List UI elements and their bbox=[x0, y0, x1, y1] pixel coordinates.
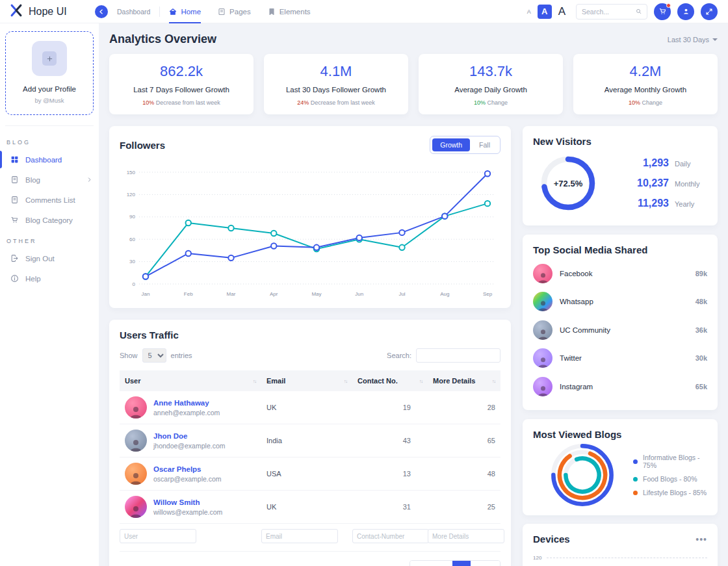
most-viewed-legend: Informative Blogs - 75% Food Blogs - 80%… bbox=[633, 454, 707, 496]
tab-home[interactable]: Home bbox=[169, 0, 201, 23]
social-media-title: Top Social Media Shared bbox=[533, 244, 707, 255]
user-name-link[interactable]: Jhon Doe bbox=[153, 432, 225, 440]
search-icon bbox=[636, 8, 642, 15]
most-viewed-blogs-card: Most Viewed Blogs Informative Blogs - 75… bbox=[523, 419, 718, 515]
document-icon bbox=[10, 196, 19, 204]
avatar bbox=[533, 320, 552, 340]
breadcrumb[interactable]: Dashboard bbox=[117, 8, 150, 16]
avatar bbox=[125, 496, 147, 518]
users-table-body: Anne Hathaway anneh@example.com UK 19 28 bbox=[120, 391, 500, 524]
sidebar-item-blog-category[interactable]: Blog Category bbox=[0, 211, 99, 229]
user-button[interactable] bbox=[677, 3, 694, 20]
user-name-link[interactable]: Oscar Phelps bbox=[153, 465, 222, 473]
social-media-item[interactable]: UC Community 36k bbox=[533, 316, 707, 344]
fall-toggle-button[interactable]: Fall bbox=[471, 138, 498, 151]
svg-text:90: 90 bbox=[129, 214, 135, 220]
sidebar-section-blog: BLOG bbox=[0, 136, 99, 151]
sidebar-item-sign-out[interactable]: Sign Out bbox=[0, 250, 99, 267]
previous-page-button[interactable]: Previous bbox=[410, 561, 452, 566]
growth-toggle-button[interactable]: Growth bbox=[432, 138, 470, 151]
visitor-period: Monthly bbox=[675, 180, 706, 188]
profile-placeholder bbox=[32, 41, 67, 76]
column-header-details[interactable]: More Details bbox=[428, 370, 500, 391]
date-range-dropdown[interactable]: Last 30 Days bbox=[668, 36, 718, 44]
cell-details: 48 bbox=[428, 457, 500, 491]
visitor-count: 11,293 bbox=[638, 198, 669, 209]
search-input[interactable] bbox=[582, 8, 632, 16]
user-name-link[interactable]: Anne Hathaway bbox=[153, 399, 220, 407]
back-button[interactable] bbox=[95, 5, 108, 18]
svg-text:Jul: Jul bbox=[398, 291, 405, 297]
legend-item: Food Blogs - 80% bbox=[633, 475, 707, 483]
divider bbox=[5, 125, 94, 126]
sidebar-item-blog[interactable]: Blog bbox=[0, 171, 99, 188]
font-size-medium-button[interactable]: A bbox=[538, 5, 552, 19]
user-email: willows@example.com bbox=[153, 508, 222, 516]
sort-icon bbox=[253, 379, 256, 383]
users-table: User Email Contact No. More Details bbox=[120, 370, 500, 391]
visitor-count: 10,237 bbox=[637, 177, 669, 189]
tab-pages[interactable]: Pages bbox=[218, 0, 251, 23]
legend-dot bbox=[633, 491, 638, 495]
user-email: oscarp@example.com bbox=[153, 475, 222, 483]
svg-text:150: 150 bbox=[127, 170, 136, 175]
more-options-icon[interactable]: ••• bbox=[696, 537, 707, 541]
cell-details: 25 bbox=[428, 491, 500, 524]
most-viewed-donut bbox=[549, 441, 616, 509]
table-search-label: Search: bbox=[387, 352, 411, 359]
cell-details: 65 bbox=[428, 424, 500, 457]
social-media-item[interactable]: Facebook 89k bbox=[533, 259, 707, 288]
most-viewed-title: Most Viewed Blogs bbox=[533, 429, 707, 440]
cell-country: India bbox=[261, 424, 352, 457]
font-size-small-button[interactable]: A bbox=[527, 8, 531, 15]
tab-elements[interactable]: Elements bbox=[268, 0, 311, 23]
pages-icon bbox=[218, 8, 226, 16]
column-filter-input[interactable] bbox=[428, 529, 504, 543]
column-filter-input[interactable] bbox=[352, 529, 429, 543]
new-visitors-stats: 1,293 Daily 10,237 Monthly 11,293 bbox=[637, 157, 706, 209]
stat-label: Last 7 Days Follower Growth bbox=[116, 86, 247, 94]
column-header-contact[interactable]: Contact No. bbox=[352, 370, 428, 391]
svg-text:Feb: Feb bbox=[184, 291, 193, 297]
page-1-button[interactable]: 1 bbox=[452, 561, 471, 566]
new-visitors-donut: +72.5% bbox=[538, 153, 598, 213]
visitor-stat-row: 11,293 Yearly bbox=[637, 198, 706, 209]
next-page-button[interactable]: Next bbox=[471, 561, 500, 566]
sidebar-item-comments-list[interactable]: Comments List bbox=[0, 191, 99, 209]
visitor-period: Daily bbox=[675, 160, 706, 168]
avatar bbox=[533, 377, 552, 396]
svg-text:Jun: Jun bbox=[355, 291, 363, 297]
stat-value: 862.2k bbox=[116, 63, 247, 80]
column-filter-input[interactable] bbox=[120, 529, 196, 543]
grid-icon bbox=[10, 155, 19, 164]
expand-button[interactable] bbox=[701, 3, 718, 20]
cart-button[interactable] bbox=[654, 3, 671, 20]
social-media-item[interactable]: Twitter 30k bbox=[533, 344, 707, 373]
social-network-name: Instagram bbox=[560, 383, 593, 391]
svg-text:60: 60 bbox=[129, 237, 135, 242]
page-size-select[interactable]: 5 bbox=[142, 348, 166, 363]
cell-country: UK bbox=[261, 491, 352, 524]
cell-contact: 13 bbox=[352, 457, 428, 491]
share-count: 48k bbox=[696, 298, 707, 305]
font-size-large-button[interactable]: A bbox=[558, 5, 566, 18]
sidebar-item-dashboard[interactable]: Dashboard bbox=[0, 151, 99, 168]
cell-contact: 43 bbox=[352, 424, 428, 457]
divider bbox=[159, 6, 160, 17]
social-media-item[interactable]: Instagram 65k bbox=[533, 372, 707, 401]
column-header-user[interactable]: User bbox=[120, 370, 261, 391]
user-icon bbox=[682, 7, 690, 16]
column-filter-input[interactable] bbox=[261, 529, 338, 543]
user-name-link[interactable]: Willow Smith bbox=[153, 498, 222, 506]
table-search-input[interactable] bbox=[416, 348, 500, 363]
main-tabs: Home Pages Elements bbox=[169, 0, 310, 23]
legend-label: Lifestyle Blogs - 85% bbox=[643, 489, 707, 496]
social-network-name: Twitter bbox=[560, 354, 582, 362]
sidebar-item-help[interactable]: Help bbox=[0, 270, 99, 287]
legend-item: Lifestyle Blogs - 85% bbox=[633, 489, 707, 496]
user-email: jhondoe@example.com bbox=[153, 442, 225, 450]
legend-label: Informative Blogs - 75% bbox=[643, 454, 707, 469]
add-profile-card[interactable]: Add your Profile by @Musk bbox=[5, 31, 94, 115]
column-header-email[interactable]: Email bbox=[261, 370, 352, 391]
social-media-item[interactable]: Whatsapp 48k bbox=[533, 288, 707, 316]
